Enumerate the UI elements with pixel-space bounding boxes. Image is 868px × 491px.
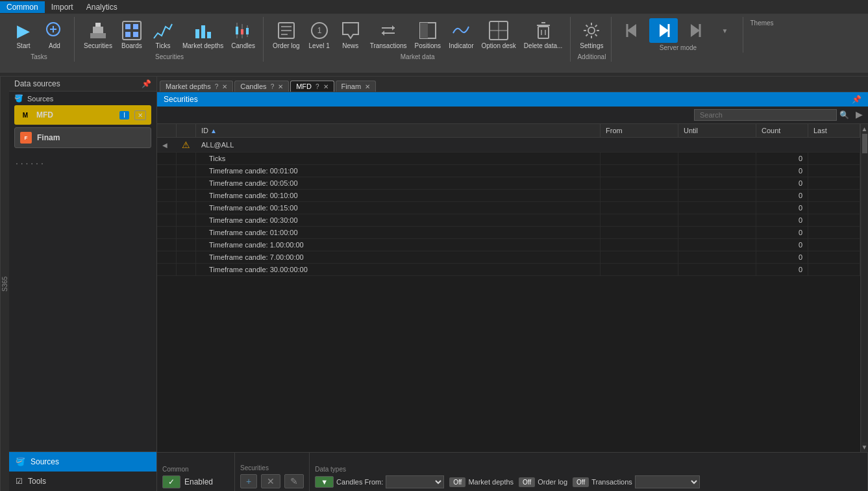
table-row-tc1[interactable]: Timeframe candle: 00:01:00 0 bbox=[157, 165, 860, 177]
search-input[interactable] bbox=[694, 109, 837, 121]
start-button[interactable]: ▶ Start bbox=[9, 18, 38, 52]
th-last: Last bbox=[808, 124, 860, 137]
add-security-button[interactable]: + bbox=[240, 474, 257, 488]
th-from: From bbox=[601, 124, 678, 137]
tools-icon: ☑ bbox=[16, 477, 23, 486]
theme-prev-button[interactable] bbox=[618, 18, 647, 43]
securities-header: Securities 📌 bbox=[157, 92, 868, 107]
enabled-label: Enabled bbox=[184, 477, 213, 486]
tab-candles-question[interactable]: ? bbox=[271, 83, 275, 90]
sidebar-tools-btn[interactable]: ☑ Tools bbox=[9, 472, 156, 491]
data-types-label: Data types bbox=[315, 466, 862, 473]
td-name-tc3: Timeframe candle: 00:10:00 bbox=[196, 190, 601, 201]
table-row-tc8[interactable]: Timeframe candle: 7.00:00:00 0 bbox=[157, 251, 860, 264]
td-expand-allall[interactable]: ◀ bbox=[157, 138, 177, 152]
tab-candles-close[interactable]: ✕ bbox=[278, 83, 283, 90]
table-row-tc9[interactable]: Timeframe candle: 30.00:00:00 0 bbox=[157, 264, 860, 276]
ribbon-group-themes: Themes bbox=[745, 17, 778, 28]
tab-candles[interactable]: Candles ? ✕ bbox=[234, 81, 289, 92]
securities-pin[interactable]: 📌 bbox=[852, 95, 862, 104]
td-name-allall: ALL@ALL bbox=[196, 138, 601, 152]
tab-mfd-question[interactable]: ? bbox=[316, 83, 319, 90]
vertical-tab-label[interactable]: S365 bbox=[0, 77, 9, 491]
tab-market-depths-close[interactable]: ✕ bbox=[222, 83, 227, 90]
edit-security-button[interactable]: ✎ bbox=[284, 474, 304, 488]
indicator-button[interactable]: Indicator bbox=[446, 18, 476, 52]
svg-rect-33 bbox=[538, 27, 549, 38]
positions-button[interactable]: Positions bbox=[412, 18, 444, 52]
scroll-up-icon[interactable]: ▲ bbox=[862, 125, 868, 132]
order-log-label: Order log bbox=[273, 42, 300, 50]
transactions-toggle[interactable]: Off bbox=[573, 477, 589, 487]
scroll-down-icon[interactable]: ▼ bbox=[862, 444, 868, 451]
tab-finam[interactable]: Finam ✕ bbox=[336, 81, 377, 92]
table-row-tc6[interactable]: Timeframe candle: 01:00:00 0 bbox=[157, 227, 860, 239]
table-row-tc7[interactable]: Timeframe candle: 1.00:00:00 0 bbox=[157, 239, 860, 251]
table-row-tc2[interactable]: Timeframe candle: 00:05:00 0 bbox=[157, 177, 860, 190]
table-row-tc3[interactable]: Timeframe candle: 00:10:00 0 bbox=[157, 190, 860, 202]
tab-market-depths[interactable]: Market depths ? ✕ bbox=[160, 81, 233, 92]
tab-mfd-close[interactable]: ✕ bbox=[323, 83, 329, 90]
finam-source-item[interactable]: F Finam bbox=[14, 127, 151, 148]
table-row-tc5[interactable]: Timeframe candle: 00:30:00 0 bbox=[157, 214, 860, 227]
svg-rect-15 bbox=[236, 27, 238, 34]
theme-next-button[interactable] bbox=[680, 18, 709, 43]
securities-section: Securities + ✕ ✎ bbox=[235, 453, 310, 491]
delete-security-button[interactable]: ✕ bbox=[261, 474, 280, 488]
tab-finam-close[interactable]: ✕ bbox=[365, 83, 370, 90]
td-name-tc5: Timeframe candle: 00:30:00 bbox=[196, 214, 601, 226]
mfd-source-item[interactable]: M MFD I ✕ bbox=[14, 105, 151, 125]
level1-button[interactable]: 1 Level 1 bbox=[305, 18, 334, 52]
order-log-toggle[interactable]: Off bbox=[519, 477, 535, 487]
mfd-toggle[interactable]: I bbox=[119, 111, 129, 120]
ribbon-scroll-btn[interactable]: ▼ bbox=[712, 18, 738, 43]
tab-market-depths-question[interactable]: ? bbox=[215, 83, 219, 90]
sidebar: Data sources 📌 🪣 Sources M MFD I ✕ F bbox=[9, 77, 157, 491]
candles-from-select[interactable] bbox=[386, 475, 444, 488]
mfd-close[interactable]: ✕ bbox=[134, 110, 146, 120]
order-log-icon bbox=[276, 20, 297, 41]
ribbon-group-securities: Securities Boards Ticks bbox=[76, 17, 264, 62]
th-id[interactable]: ID ▲ bbox=[196, 124, 601, 137]
option-desk-button[interactable]: Option desk bbox=[478, 18, 518, 52]
scroll-thumb[interactable] bbox=[862, 134, 867, 153]
ribbon-group-server-mode: ▼ Server mode bbox=[613, 17, 743, 53]
transactions-select[interactable] bbox=[635, 475, 700, 488]
add-button[interactable]: Add bbox=[40, 18, 69, 52]
news-button[interactable]: News bbox=[336, 18, 365, 52]
table-row-ticks[interactable]: Ticks 0 bbox=[157, 153, 860, 165]
table-container: ID ▲ From Until Count Last ◀ bbox=[157, 124, 868, 452]
enabled-toggle[interactable]: ✓ bbox=[162, 475, 180, 488]
delete-data-button[interactable]: Delete data... bbox=[521, 18, 565, 52]
svg-point-38 bbox=[588, 27, 595, 34]
right-scrollbar[interactable]: ▲ ▼ bbox=[860, 124, 868, 452]
menu-common[interactable]: Common bbox=[0, 1, 45, 13]
svg-rect-5 bbox=[95, 23, 101, 27]
group-row-allall[interactable]: ◀ ⚠ ALL@ALL bbox=[157, 138, 860, 153]
market-depths-toggle[interactable]: Off bbox=[449, 477, 465, 487]
transactions-button[interactable]: Transactions bbox=[367, 18, 410, 52]
securities-table: ◀ ⚠ ALL@ALL bbox=[157, 138, 860, 452]
boards-button[interactable]: Boards bbox=[118, 18, 146, 52]
table-row-tc4[interactable]: Timeframe candle: 00:15:00 0 bbox=[157, 202, 860, 214]
settings-button[interactable]: Settings bbox=[577, 18, 606, 52]
candles-toggle[interactable]: ▼ bbox=[315, 476, 334, 488]
tab-mfd[interactable]: MFD ? ✕ bbox=[290, 81, 334, 92]
securities-button[interactable]: Securities bbox=[81, 18, 115, 52]
ribbon-scroll-icon: ▼ bbox=[714, 20, 735, 41]
svg-rect-17 bbox=[241, 29, 243, 34]
securities-panel: Securities 📌 🔍 ▶ ID ▲ bbox=[157, 92, 868, 452]
mfd-icon: M bbox=[19, 109, 31, 121]
theme-current-button[interactable] bbox=[649, 18, 678, 43]
menu-analytics[interactable]: Analytics bbox=[80, 1, 124, 13]
scroll-track[interactable] bbox=[862, 134, 867, 442]
ticks-button[interactable]: Ticks bbox=[149, 18, 177, 52]
market-depths-button[interactable]: Market depths bbox=[180, 18, 226, 52]
pin-icon[interactable]: 📌 bbox=[142, 79, 151, 88]
sources-bottom-icon: 🪣 bbox=[16, 457, 25, 466]
order-log-button[interactable]: Order log bbox=[270, 18, 303, 52]
candles-button[interactable]: Candles bbox=[229, 18, 258, 52]
menu-import[interactable]: Import bbox=[45, 1, 80, 13]
ticks-icon bbox=[153, 20, 173, 41]
sidebar-sources-btn[interactable]: 🪣 Sources bbox=[9, 452, 156, 472]
